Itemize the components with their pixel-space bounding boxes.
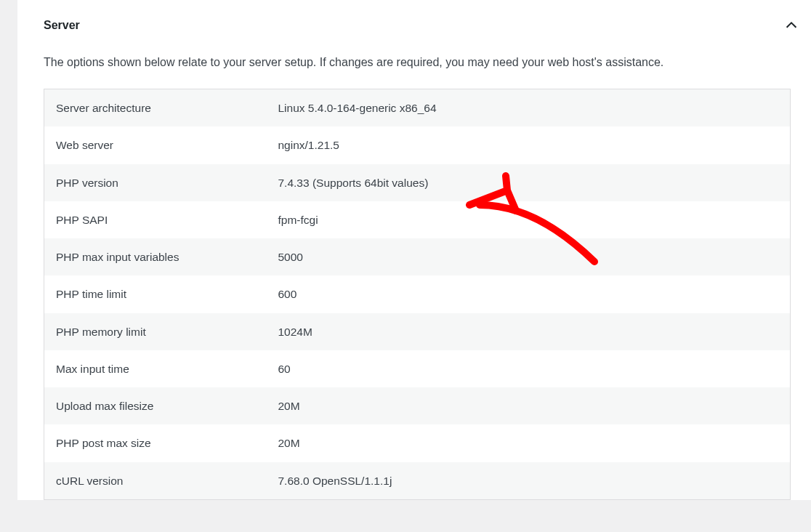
row-label: Server architecture <box>44 89 267 127</box>
row-value: 20M <box>267 424 791 462</box>
row-label: Upload max filesize <box>44 387 267 424</box>
table-row: Upload max filesize20M <box>44 387 791 424</box>
table-row: Max input time60 <box>44 350 791 387</box>
row-label: PHP memory limit <box>44 313 267 350</box>
table-row: PHP time limit600 <box>44 275 791 313</box>
row-value: 20M <box>267 387 791 424</box>
row-label: PHP version <box>44 164 267 201</box>
table-row: Web servernginx/1.21.5 <box>44 126 791 164</box>
table-row: PHP SAPIfpm-fcgi <box>44 201 791 238</box>
row-label: PHP max input variables <box>44 238 267 275</box>
panel-header[interactable]: Server <box>17 17 811 54</box>
server-panel: Server The options shown below relate to… <box>17 0 811 500</box>
table-row: PHP version7.4.33 (Supports 64bit values… <box>44 164 791 201</box>
row-label: PHP time limit <box>44 275 267 313</box>
chevron-up-icon <box>783 17 799 33</box>
row-value: 1024M <box>267 313 791 350</box>
table-row: cURL version7.68.0 OpenSSL/1.1.1j <box>44 462 791 500</box>
table-row: PHP memory limit1024M <box>44 313 791 350</box>
row-value: Linux 5.4.0-164-generic x86_64 <box>267 89 791 127</box>
panel-description: The options shown below relate to your s… <box>17 54 811 89</box>
row-value: 7.4.33 (Supports 64bit values) <box>267 164 791 201</box>
row-label: PHP SAPI <box>44 201 267 238</box>
table-row: Server architectureLinux 5.4.0-164-gener… <box>44 89 791 127</box>
table-row: PHP max input variables5000 <box>44 238 791 275</box>
row-label: cURL version <box>44 462 267 500</box>
row-value: 7.68.0 OpenSSL/1.1.1j <box>267 462 791 500</box>
row-value: 60 <box>267 350 791 387</box>
row-value: fpm-fcgi <box>267 201 791 238</box>
row-value: nginx/1.21.5 <box>267 126 791 164</box>
row-label: Max input time <box>44 350 267 387</box>
table-row: PHP post max size20M <box>44 424 791 462</box>
row-value: 5000 <box>267 238 791 275</box>
row-value: 600 <box>267 275 791 313</box>
row-label: Web server <box>44 126 267 164</box>
server-info-table-container: Server architectureLinux 5.4.0-164-gener… <box>17 89 811 500</box>
server-info-table: Server architectureLinux 5.4.0-164-gener… <box>44 89 791 500</box>
panel-title: Server <box>44 19 80 32</box>
row-label: PHP post max size <box>44 424 267 462</box>
